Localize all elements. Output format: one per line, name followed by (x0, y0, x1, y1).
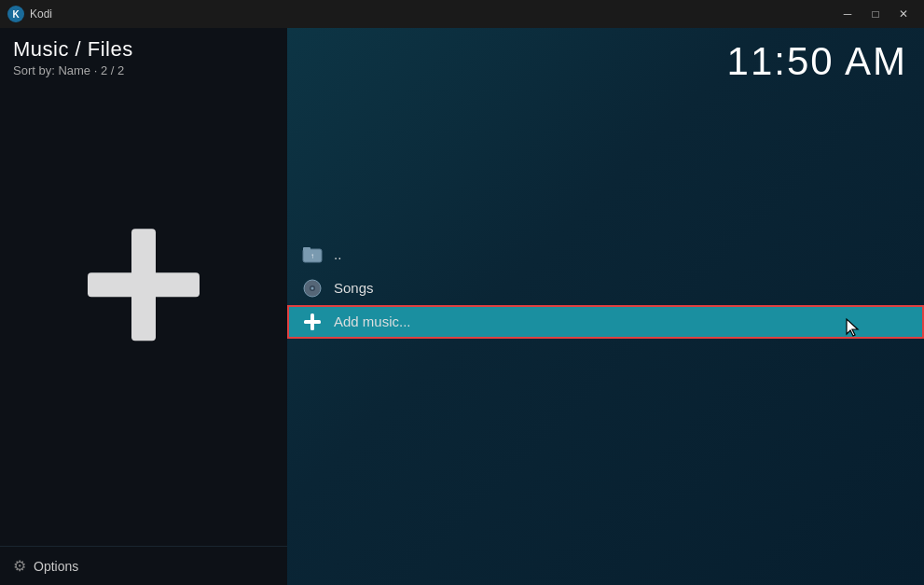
add-icon (302, 312, 323, 332)
sort-info: Sort by: Name · 2 / 2 (13, 63, 274, 77)
big-plus-icon (83, 224, 204, 362)
close-button[interactable]: ✕ (890, 5, 917, 23)
main-area: Music / Files Sort by: Name · 2 / 2 ⚙ Op… (0, 28, 924, 585)
breadcrumb-area: Music / Files Sort by: Name · 2 / 2 (0, 28, 287, 83)
disc-icon (302, 278, 323, 299)
left-panel: Music / Files Sort by: Name · 2 / 2 ⚙ Op… (0, 28, 287, 585)
titlebar-controls: ─ □ ✕ (834, 5, 917, 23)
list-item-label: .. (334, 246, 341, 262)
page-title: Music / Files (13, 37, 274, 62)
file-list: ↑ .. Songs (287, 238, 924, 339)
add-music-list-item[interactable]: Add music... (287, 305, 924, 339)
list-item[interactable]: Songs (287, 272, 924, 305)
list-item[interactable]: ↑ .. (287, 238, 924, 272)
minimize-button[interactable]: ─ (834, 5, 861, 23)
svg-text:K: K (12, 9, 20, 20)
gear-icon: ⚙ (13, 557, 26, 575)
right-panel: 11:50 AM ↑ .. (287, 28, 924, 585)
svg-text:↑: ↑ (310, 252, 314, 260)
titlebar: K Kodi ─ □ ✕ (0, 0, 924, 28)
kodi-logo-icon: K (7, 6, 24, 22)
clock-display: 11:50 AM (727, 39, 907, 84)
app-title-label: Kodi (30, 7, 52, 21)
options-label: Options (34, 559, 78, 574)
svg-rect-11 (304, 320, 321, 324)
svg-rect-3 (88, 272, 200, 297)
list-item-label: Songs (334, 280, 374, 296)
folder-up-icon: ↑ (302, 244, 323, 265)
maximize-button[interactable]: □ (862, 5, 889, 23)
add-music-label: Add music... (334, 313, 411, 329)
options-bar[interactable]: ⚙ Options (0, 546, 287, 585)
svg-point-9 (311, 286, 314, 289)
titlebar-left: K Kodi (7, 6, 52, 22)
svg-rect-5 (303, 247, 310, 251)
